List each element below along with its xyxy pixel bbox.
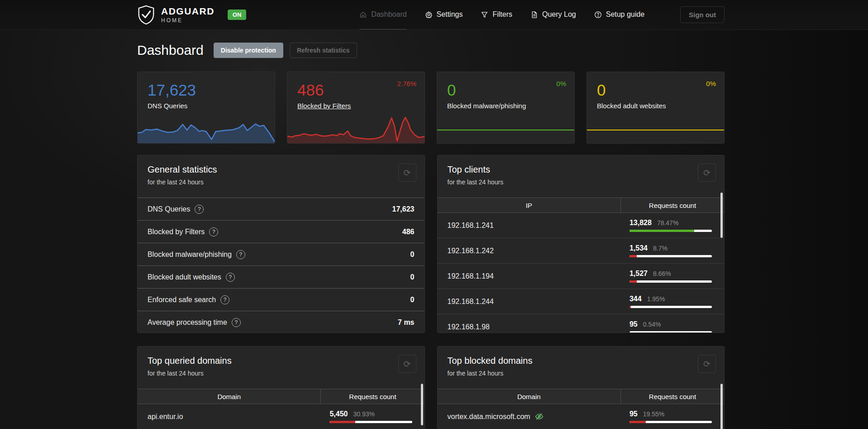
column-header-requests: Requests count [321,389,424,404]
table-row: 192.168.1.241 13,828 78.47% [438,213,725,238]
requests-bar [630,230,712,232]
dns-queries-label: DNS Queries [148,102,275,110]
column-header-requests: Requests count [621,389,724,404]
table-row: 192.168.1.244 344 1.95% [438,289,725,314]
help-icon[interactable]: ? [195,205,204,214]
nav-item-dashboard[interactable]: Dashboard [359,0,406,29]
table-row: 192.168.1.242 1,534 8.7% [438,238,725,264]
stat-value: 486 [402,228,415,236]
stat-row: Blocked malware/phishing? 0 [138,243,424,265]
scrollbar-thumb[interactable] [720,384,723,429]
shield-logo-icon [137,5,155,25]
help-icon[interactable]: ? [236,250,245,259]
nav-label: Filters [492,10,512,19]
nav-item-settings[interactable]: Settings [425,0,463,29]
card-blocked-malware: 0% 0 Blocked malware/phishing [437,72,575,144]
requests-bar [630,331,712,333]
help-icon[interactable]: ? [226,273,235,282]
table-header: IP Requests count [438,198,725,213]
top-blocked-subtitle: for the last 24 hours [448,370,715,377]
domain-name: vortex.data.microsoft.com [448,413,530,421]
blocked-adult-value: 0 [597,81,724,99]
stat-row: Blocked by Filters? 486 [138,220,424,243]
disable-protection-button[interactable]: Disable protection [214,43,283,58]
requests-bar [630,255,712,257]
top-blocked-domains-panel: Top blocked domains for the last 24 hour… [437,346,725,429]
table-row: vortex.data.microsoft.com 95 19.55% [438,404,725,429]
client-ip: 192.168.1.242 [438,247,621,255]
main-nav: Dashboard Settings Filters Query Log Set… [359,0,644,29]
scrollbar-thumb[interactable] [421,384,423,425]
stat-label: Enforced safe search [148,296,216,304]
table-header: Domain Requests count [438,389,725,404]
client-ip: 192.168.1.98 [438,323,621,331]
nav-item-setup-guide[interactable]: Setup guide [594,0,644,29]
requests-percent: 78.47% [657,219,678,227]
nav-item-filters[interactable]: Filters [481,0,512,29]
stat-value: 17,623 [392,205,415,213]
stat-value: 7 ms [398,318,414,327]
requests-percent: 30.93% [353,410,374,418]
stat-label: DNS Queries [148,205,190,213]
column-header-ip: IP [438,198,621,212]
blocked-adult-percent: 0% [706,80,716,87]
gear-icon [425,11,433,19]
nav-item-query-log[interactable]: Query Log [530,0,576,29]
brand-sub: HOME [161,18,215,23]
requests-count: 13,828 [630,219,652,227]
top-blocked-title: Top blocked domains [448,356,715,366]
refresh-icon: ⟳ [703,169,711,177]
requests-count: 1,527 [630,270,648,278]
client-ip: 192.168.1.244 [438,298,621,306]
help-icon[interactable]: ? [209,227,218,236]
requests-percent: 1.95% [647,295,665,303]
refresh-icon-button[interactable]: ⟳ [398,164,416,182]
table-header: Domain Requests count [138,389,424,404]
blocked-adult-label: Blocked adult websites [597,102,724,110]
stat-row: Average processing time? 7 ms [138,311,424,333]
stat-label: Blocked adult websites [148,273,221,281]
stat-value: 0 [410,296,415,304]
page-title: Dashboard [137,43,204,58]
general-statistics-subtitle: for the last 24 hours [148,178,415,186]
requests-percent: 8.66% [653,270,671,277]
blocked-malware-flatline [437,130,574,130]
sign-out-button[interactable]: Sign out [680,6,725,23]
dns-queries-value: 17,623 [148,81,275,99]
dns-queries-sparkline [138,115,275,143]
funnel-icon [481,11,488,19]
stat-value: 0 [410,251,415,259]
nav-label: Dashboard [371,10,406,19]
refresh-icon-button[interactable]: ⟳ [698,355,716,373]
refresh-icon-button[interactable]: ⟳ [398,355,416,373]
brand-name: ADGUARD [161,6,215,16]
help-icon[interactable]: ? [232,318,241,327]
domain-name: api.entur.io [138,413,321,421]
requests-bar [329,421,412,423]
blocked-filters-link[interactable]: Blocked by Filters [297,102,424,110]
top-queried-title: Top queried domains [148,356,415,366]
general-statistics-panel: General statistics for the last 24 hours… [137,155,425,333]
table-row: 192.168.1.98 95 0.54% [438,314,725,333]
requests-count: 95 [630,410,638,418]
help-icon[interactable]: ? [220,295,229,304]
requests-bar [630,280,712,283]
refresh-statistics-button[interactable]: Refresh statistics [290,43,357,58]
refresh-icon: ⟳ [404,360,411,368]
column-header-domain: Domain [438,389,621,404]
top-clients-panel: Top clients for the last 24 hours ⟳ IP R… [437,155,725,333]
blocked-malware-value: 0 [447,81,574,99]
client-ip: 192.168.1.241 [438,222,621,230]
requests-percent: 0.54% [643,321,661,328]
top-clients-subtitle: for the last 24 hours [448,178,715,186]
blocked-filters-percent: 2.76% [397,80,416,87]
top-header: ADGUARD HOME ON Dashboard Settings Filte… [0,0,868,30]
refresh-icon-button[interactable]: ⟳ [698,164,716,182]
requests-count: 95 [630,320,638,328]
document-icon [530,11,538,19]
scrollbar-thumb[interactable] [720,193,723,238]
card-blocked-by-filters: 2.76% 486 Blocked by Filters [287,72,425,144]
refresh-icon: ⟳ [404,169,411,177]
blocked-malware-label: Blocked malware/phishing [447,102,574,110]
stat-row: Blocked adult websites? 0 [138,265,424,288]
